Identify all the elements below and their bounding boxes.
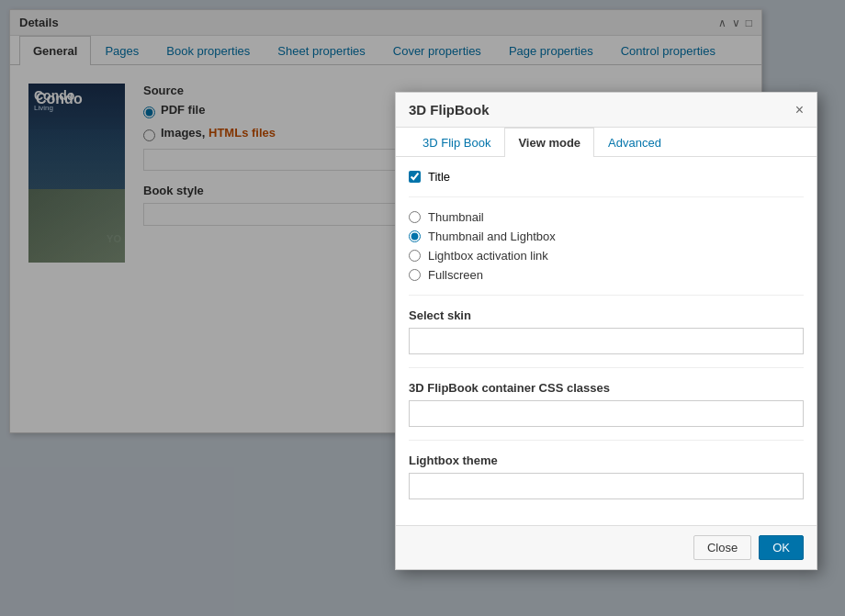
lightbox-link-label: Lightbox activation link [428, 249, 548, 263]
modal-close-button[interactable]: × [795, 103, 804, 118]
thumbnail-lightbox-label: Thumbnail and Lightbox [428, 230, 556, 243]
view-mode-radio-group: Thumbnail Thumbnail and Lightbox Lightbo… [409, 210, 804, 282]
modal-footer: Close OK [396, 525, 817, 569]
lightbox-theme-label: Lightbox theme [409, 454, 804, 467]
modal-body: Title Thumbnail Thumbnail and Lightbox L… [396, 157, 817, 525]
thumbnail-lightbox-radio[interactable] [409, 230, 421, 242]
lightbox-link-radio[interactable] [409, 250, 421, 262]
close-button[interactable]: Close [693, 535, 751, 560]
flipbook-modal: 3D FlipBook × 3D Flip Book View mode Adv… [395, 92, 817, 570]
title-checkbox[interactable] [409, 171, 421, 183]
modal-title: 3D FlipBook [409, 102, 490, 118]
radio-thumbnail-lightbox[interactable]: Thumbnail and Lightbox [409, 230, 804, 243]
fullscreen-label: Fullscreen [428, 268, 483, 282]
ok-button[interactable]: OK [759, 535, 804, 560]
view-mode-section: Thumbnail Thumbnail and Lightbox Lightbo… [409, 210, 804, 296]
modal-tab-advanced[interactable]: Advanced [594, 128, 675, 157]
title-checkbox-label: Title [428, 170, 450, 184]
radio-fullscreen[interactable]: Fullscreen [409, 268, 804, 282]
css-classes-label: 3D FlipBook container CSS classes [409, 381, 804, 395]
modal-tab-viewmode[interactable]: View mode [504, 128, 594, 157]
select-skin-section: Select skin default [409, 308, 804, 368]
modal-tabs: 3D Flip Book View mode Advanced [396, 128, 817, 157]
title-section: Title [409, 170, 804, 197]
radio-lightbox-link[interactable]: Lightbox activation link [409, 249, 804, 263]
modal-tab-3dflipbook[interactable]: 3D Flip Book [409, 128, 504, 157]
css-classes-section: 3D FlipBook container CSS classes [409, 381, 804, 441]
thumbnail-label: Thumbnail [428, 210, 484, 224]
title-checkbox-row: Title [409, 170, 804, 184]
lightbox-theme-input[interactable]: Dark Glass Box [409, 473, 804, 499]
radio-thumbnail[interactable]: Thumbnail [409, 210, 804, 224]
select-skin-label: Select skin [409, 308, 804, 322]
modal-header: 3D FlipBook × [396, 93, 817, 128]
fullscreen-radio[interactable] [409, 269, 421, 281]
thumbnail-radio[interactable] [409, 211, 421, 223]
css-classes-input[interactable] [409, 400, 804, 427]
select-skin-input[interactable]: default [409, 328, 804, 354]
lightbox-theme-section: Lightbox theme Dark Glass Box [409, 454, 804, 512]
